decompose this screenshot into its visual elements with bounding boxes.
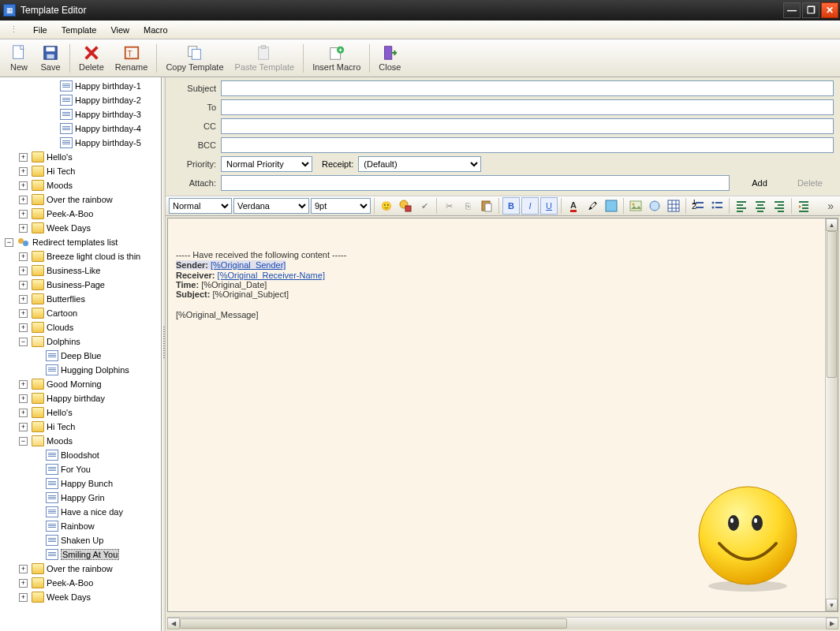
tree-item[interactable]: Shaken Up [0, 533, 161, 547]
tree-item[interactable]: +Hello's [0, 405, 161, 420]
receipt-select[interactable]: (Default) [358, 156, 481, 172]
new-button[interactable]: New [3, 41, 35, 76]
tree-item[interactable]: Happy Bunch [0, 476, 161, 491]
tree-item[interactable]: −Dolphins [0, 334, 161, 349]
tree-item[interactable]: +Business-Page [0, 278, 161, 292]
expand-icon[interactable]: + [19, 167, 28, 176]
tree-item[interactable]: +Happy birthday [0, 391, 161, 405]
menu-view[interactable]: View [104, 24, 136, 36]
tree-item[interactable]: Happy birthday-1 [0, 79, 161, 93]
attach-add-button[interactable]: Add [736, 176, 783, 190]
table-icon[interactable] [665, 197, 682, 215]
tree-item[interactable]: Happy birthday-3 [0, 107, 161, 121]
maximize-button[interactable]: ❐ [802, 2, 819, 18]
size-select[interactable]: 9pt [311, 198, 371, 214]
emoji-icon[interactable]: 🙂 [378, 197, 395, 215]
scroll-right-icon[interactable]: ▶ [826, 618, 838, 629]
align-center-icon[interactable] [752, 197, 769, 215]
expand-icon[interactable]: + [19, 423, 28, 431]
align-left-icon[interactable] [733, 197, 750, 215]
tree-item[interactable]: +Over the rainbow [0, 192, 161, 207]
expand-icon[interactable]: + [19, 181, 28, 190]
rename-button[interactable]: T Rename [110, 41, 154, 76]
expand-icon[interactable]: + [19, 153, 28, 162]
italic-icon[interactable]: I [521, 197, 539, 215]
expand-icon[interactable]: + [19, 252, 28, 261]
close-button[interactable]: Close [373, 41, 406, 76]
minimize-button[interactable]: — [783, 2, 801, 18]
tree-item[interactable]: +Clouds [0, 320, 161, 334]
tree-item[interactable]: +Hello's [0, 150, 161, 164]
tree-item[interactable]: Rainbow [0, 519, 161, 533]
expand-icon[interactable]: + [19, 196, 28, 204]
tree-item[interactable]: Deep Blue [0, 349, 161, 363]
sender-macro[interactable]: [%Original_Sender] [211, 260, 286, 270]
tree-item[interactable]: +Business-Like [0, 263, 161, 278]
font-select[interactable]: Verdana [233, 198, 309, 214]
expand-icon[interactable]: + [19, 281, 28, 289]
tree-item[interactable]: Have a nice day [0, 505, 161, 519]
close-window-button[interactable]: ✕ [821, 2, 838, 18]
tree-item[interactable]: −Redirect templates list [0, 235, 161, 249]
tree-item[interactable]: −Moods [0, 434, 161, 448]
expand-icon[interactable]: + [19, 309, 28, 318]
tree-item[interactable]: Hugging Dolphins [0, 363, 161, 377]
expand-icon[interactable]: + [19, 210, 28, 218]
receiver-macro[interactable]: [%Original_Receiver-Name] [218, 271, 325, 280]
toolbar-overflow-icon[interactable]: » [824, 200, 837, 212]
priority-select[interactable]: Normal Priority [221, 156, 312, 172]
tree-item[interactable]: +Good Morning [0, 377, 161, 391]
scroll-thumb-h[interactable] [180, 618, 567, 629]
insert-macro-button[interactable]: Insert Macro [307, 41, 366, 76]
scroll-thumb[interactable] [827, 231, 837, 378]
tree-item[interactable]: Happy Grin [0, 491, 161, 505]
collapse-icon[interactable]: − [5, 238, 13, 247]
tree-item[interactable]: +Peek-A-Boo [0, 207, 161, 221]
expand-icon[interactable]: + [19, 409, 28, 417]
delete-button[interactable]: Delete [73, 41, 110, 76]
subject-input[interactable] [221, 80, 834, 96]
underline-icon[interactable]: U [540, 197, 558, 215]
expand-icon[interactable]: + [19, 323, 28, 332]
link-icon[interactable] [646, 197, 663, 215]
expand-icon[interactable]: + [19, 565, 28, 573]
tree-item[interactable]: Happy birthday-5 [0, 136, 161, 150]
ol-icon[interactable]: 12 [689, 197, 707, 215]
tree-item[interactable]: Smiling At You [0, 547, 161, 562]
expand-icon[interactable]: + [19, 380, 28, 389]
save-button[interactable]: Save [35, 41, 66, 76]
bg-color-icon[interactable] [603, 197, 620, 215]
scroll-up-icon[interactable]: ▲ [826, 218, 838, 231]
align-right-icon[interactable] [771, 197, 788, 215]
menu-file[interactable]: File [27, 24, 54, 36]
collapse-icon[interactable]: − [19, 338, 28, 346]
tree-item[interactable]: Happy birthday-2 [0, 93, 161, 107]
bcc-input[interactable] [221, 137, 834, 153]
vertical-scrollbar[interactable]: ▲ ▼ [825, 218, 838, 611]
expand-icon[interactable]: + [19, 267, 28, 275]
menu-template[interactable]: Template [55, 24, 103, 36]
paste-small-icon[interactable] [478, 197, 495, 215]
image-icon[interactable] [627, 197, 644, 215]
style-select[interactable]: Normal [169, 198, 232, 214]
highlight-icon[interactable]: 🖍 [584, 197, 601, 215]
copy-template-button[interactable]: Copy Template [160, 41, 229, 76]
scroll-down-icon[interactable]: ▼ [826, 599, 838, 611]
tree-item[interactable]: +Butterflies [0, 292, 161, 306]
emoji-settings-icon[interactable] [397, 197, 414, 215]
spellcheck-icon[interactable]: ✔ [416, 197, 433, 215]
expand-icon[interactable]: + [19, 224, 28, 233]
horizontal-scrollbar[interactable]: ◀ ▶ [167, 617, 838, 629]
tree-item[interactable]: +Breeze light cloud is thin [0, 249, 161, 263]
tree-item[interactable]: +Moods [0, 178, 161, 192]
tree-item[interactable]: +Cartoon [0, 306, 161, 320]
ul-icon[interactable] [708, 197, 726, 215]
tree-item[interactable]: +Week Days [0, 221, 161, 235]
expand-icon[interactable]: + [19, 593, 28, 602]
template-tree[interactable]: Happy birthday-1Happy birthday-2Happy bi… [0, 77, 162, 631]
tree-item[interactable]: +Peek-A-Boo [0, 576, 161, 590]
cut-icon[interactable]: ✂ [440, 197, 457, 215]
tree-item[interactable]: Happy birthday-4 [0, 121, 161, 136]
expand-icon[interactable]: + [19, 295, 28, 304]
indent-icon[interactable] [795, 197, 812, 215]
